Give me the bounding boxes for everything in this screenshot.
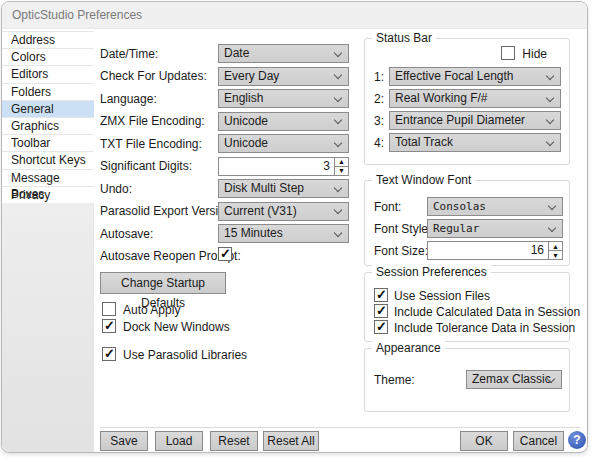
autosave-dropdown[interactable]: 15 Minutes bbox=[218, 224, 349, 243]
use-parasolid-libraries-label: Use Parasolid Libraries bbox=[123, 348, 247, 362]
auto-apply-checkbox[interactable] bbox=[102, 302, 116, 316]
sidebar-item-address[interactable]: Address bbox=[2, 32, 94, 49]
chevron-down-icon bbox=[334, 206, 342, 214]
txt-encoding-label: TXT File Encoding: bbox=[100, 137, 202, 151]
check-updates-label: Check For Updates: bbox=[100, 69, 207, 83]
status-row-1-num: 1: bbox=[374, 70, 384, 84]
sidebar: Address Colors Editors Folders General G… bbox=[2, 31, 94, 204]
text-window-font-group-title: Text Window Font bbox=[372, 173, 475, 187]
check-updates-dropdown[interactable]: Every Day bbox=[218, 67, 349, 86]
auto-apply-label: Auto Apply bbox=[123, 303, 180, 317]
chevron-down-icon bbox=[334, 48, 342, 56]
status-bar-group-title: Status Bar bbox=[372, 31, 436, 45]
chevron-down-icon bbox=[334, 116, 342, 124]
chevron-down-icon bbox=[334, 183, 342, 191]
spinner: ▲ ▼ bbox=[334, 158, 348, 175]
date-time-label: Date/Time: bbox=[100, 47, 158, 61]
significant-digits-label: Significant Digits: bbox=[100, 159, 192, 173]
font-size-input[interactable]: 16 ▲ ▼ bbox=[427, 241, 563, 260]
spinner-down-icon[interactable]: ▼ bbox=[335, 167, 348, 175]
spinner-down-icon[interactable]: ▼ bbox=[549, 251, 562, 259]
session-preferences-group-title: Session Preferences bbox=[372, 265, 491, 279]
date-time-dropdown[interactable]: Date bbox=[218, 44, 349, 63]
include-calculated-data-checkbox[interactable] bbox=[374, 304, 388, 318]
hide-label: Hide bbox=[522, 47, 547, 61]
status-row-2-num: 2: bbox=[374, 92, 384, 106]
title-bar: OpticStudio Preferences bbox=[2, 2, 587, 29]
footer-separator bbox=[100, 427, 580, 428]
save-button[interactable]: Save bbox=[100, 431, 148, 451]
status-row-2-dropdown[interactable]: Real Working F/# bbox=[389, 89, 561, 108]
text-window-font-group: Text Window Font Font: Consolas Font Sty… bbox=[364, 180, 570, 266]
spinner-up-icon[interactable]: ▲ bbox=[335, 158, 348, 167]
include-calculated-data-label: Include Calculated Data in Session bbox=[394, 305, 580, 319]
use-parasolid-libraries-checkbox[interactable] bbox=[102, 347, 116, 361]
status-row-3-dropdown[interactable]: Entrance Pupil Diameter bbox=[389, 111, 561, 130]
parasolid-version-label: Parasolid Export Version: bbox=[100, 204, 235, 218]
hide-checkbox[interactable] bbox=[501, 46, 515, 60]
spinner-up-icon[interactable]: ▲ bbox=[549, 242, 562, 251]
status-row-4-num: 4: bbox=[374, 136, 384, 150]
sidebar-item-graphics[interactable]: Graphics bbox=[2, 118, 94, 135]
window-title: OpticStudio Preferences bbox=[12, 8, 142, 22]
dock-new-windows-label: Dock New Windows bbox=[123, 320, 230, 334]
zmx-encoding-dropdown[interactable]: Unicode bbox=[218, 112, 349, 131]
autosave-label: Autosave: bbox=[100, 227, 153, 241]
chevron-down-icon bbox=[334, 228, 342, 236]
spinner: ▲ ▼ bbox=[548, 242, 562, 259]
significant-digits-input[interactable]: 3 ▲ ▼ bbox=[218, 157, 349, 176]
sidebar-item-editors[interactable]: Editors bbox=[2, 66, 94, 83]
preferences-window: OpticStudio Preferences Address Colors E… bbox=[1, 1, 588, 453]
load-button[interactable]: Load bbox=[155, 431, 203, 451]
chevron-down-icon bbox=[546, 71, 554, 79]
session-preferences-group: Session Preferences Use Session Files In… bbox=[364, 272, 570, 342]
cancel-button[interactable]: Cancel bbox=[513, 431, 564, 451]
sidebar-item-general[interactable]: General bbox=[2, 101, 94, 118]
appearance-group-title: Appearance bbox=[372, 341, 445, 355]
sidebar-item-message-boxes[interactable]: Message Boxes bbox=[2, 170, 94, 187]
undo-dropdown[interactable]: Disk Multi Step bbox=[218, 179, 349, 198]
autosave-reopen-checkbox[interactable] bbox=[218, 247, 232, 261]
sidebar-filler bbox=[2, 203, 94, 452]
include-tolerance-data-checkbox[interactable] bbox=[374, 320, 388, 334]
status-row-1-dropdown[interactable]: Effective Focal Length bbox=[389, 67, 561, 86]
parasolid-version-dropdown[interactable]: Current (V31) bbox=[218, 202, 349, 221]
change-startup-defaults-button[interactable]: Change Startup Defaults bbox=[100, 272, 226, 294]
font-size-label: Font Size: bbox=[374, 244, 428, 258]
use-session-files-label: Use Session Files bbox=[394, 289, 490, 303]
txt-encoding-dropdown[interactable]: Unicode bbox=[218, 134, 349, 153]
sidebar-item-folders[interactable]: Folders bbox=[2, 84, 94, 101]
sidebar-item-colors[interactable]: Colors bbox=[2, 49, 94, 66]
help-icon[interactable]: ? bbox=[568, 431, 586, 449]
chevron-down-icon bbox=[546, 93, 554, 101]
reset-all-button[interactable]: Reset All bbox=[263, 431, 319, 451]
sidebar-item-toolbar[interactable]: Toolbar bbox=[2, 135, 94, 152]
language-dropdown[interactable]: English bbox=[218, 89, 349, 108]
status-bar-group: Status Bar Hide 1: Effective Focal Lengt… bbox=[364, 38, 570, 165]
chevron-down-icon bbox=[334, 138, 342, 146]
language-label: Language: bbox=[100, 92, 157, 106]
appearance-group: Appearance Theme: Zemax Classic bbox=[364, 348, 570, 412]
status-row-4-dropdown[interactable]: Total Track bbox=[389, 133, 561, 152]
font-style-dropdown[interactable]: Regular bbox=[427, 219, 563, 238]
use-session-files-checkbox[interactable] bbox=[374, 288, 388, 302]
chevron-down-icon bbox=[546, 115, 554, 123]
chevron-down-icon bbox=[334, 93, 342, 101]
undo-label: Undo: bbox=[100, 182, 132, 196]
font-style-label: Font Style: bbox=[374, 222, 431, 236]
zmx-encoding-label: ZMX File Encoding: bbox=[100, 114, 205, 128]
dock-new-windows-checkbox[interactable] bbox=[102, 319, 116, 333]
theme-label: Theme: bbox=[374, 373, 415, 387]
include-tolerance-data-label: Include Tolerance Data in Session bbox=[394, 321, 575, 335]
reset-button[interactable]: Reset bbox=[210, 431, 258, 451]
sidebar-item-shortcut-keys[interactable]: Shortcut Keys bbox=[2, 152, 94, 169]
font-label: Font: bbox=[374, 200, 401, 214]
sidebar-item-privacy[interactable]: Privacy bbox=[2, 187, 94, 204]
ok-button[interactable]: OK bbox=[460, 431, 508, 451]
chevron-down-icon bbox=[334, 71, 342, 79]
font-dropdown[interactable]: Consolas bbox=[427, 197, 563, 216]
chevron-down-icon bbox=[546, 137, 554, 145]
chevron-down-icon bbox=[548, 223, 556, 231]
theme-dropdown[interactable]: Zemax Classic bbox=[466, 370, 562, 389]
chevron-down-icon bbox=[548, 201, 556, 209]
